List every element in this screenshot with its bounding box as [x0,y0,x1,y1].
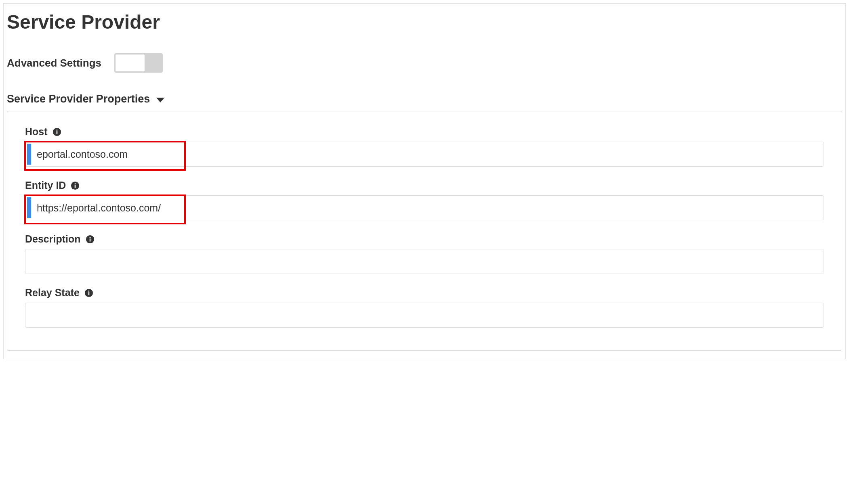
host-field-block: Host [25,126,824,167]
relay-state-label: Relay State [25,287,80,299]
svg-rect-7 [89,238,90,241]
section-header-title: Service Provider Properties [7,93,150,105]
info-icon[interactable] [86,235,95,244]
svg-rect-4 [75,185,76,188]
advanced-settings-toggle[interactable] [114,53,163,73]
relay-state-label-row: Relay State [25,287,824,299]
info-icon[interactable] [53,128,61,136]
host-input[interactable] [25,142,824,167]
host-label: Host [25,126,48,138]
svg-point-2 [56,129,57,130]
section-header[interactable]: Service Provider Properties [7,93,842,105]
info-icon[interactable] [71,181,80,190]
page-title: Service Provider [7,11,842,33]
description-input-wrap [25,249,824,274]
host-label-row: Host [25,126,824,138]
info-icon[interactable] [84,289,93,297]
chevron-down-icon [156,98,164,102]
required-indicator-bar [27,144,31,165]
entity-id-input-wrap [25,195,824,220]
relay-state-input[interactable] [25,303,824,328]
entity-id-input[interactable] [25,195,824,220]
description-label-row: Description [25,233,824,245]
description-field-block: Description [25,233,824,274]
svg-point-11 [88,290,89,291]
toggle-knob [115,54,145,72]
svg-rect-10 [88,292,90,295]
entity-id-label: Entity ID [25,180,66,191]
relay-state-field-block: Relay State [25,287,824,328]
advanced-settings-row: Advanced Settings [7,53,842,73]
svg-rect-1 [56,131,57,134]
page-container: Service Provider Advanced Settings Servi… [3,3,846,359]
properties-panel: Host Entity ID [7,111,842,351]
entity-id-field-block: Entity ID [25,180,824,220]
relay-state-input-wrap [25,303,824,328]
entity-id-label-row: Entity ID [25,180,824,191]
description-input[interactable] [25,249,824,274]
advanced-settings-label: Advanced Settings [7,57,101,69]
host-input-wrap [25,142,824,167]
description-label: Description [25,233,81,245]
required-indicator-bar [27,197,31,218]
svg-point-8 [89,236,90,238]
svg-point-5 [75,183,76,184]
